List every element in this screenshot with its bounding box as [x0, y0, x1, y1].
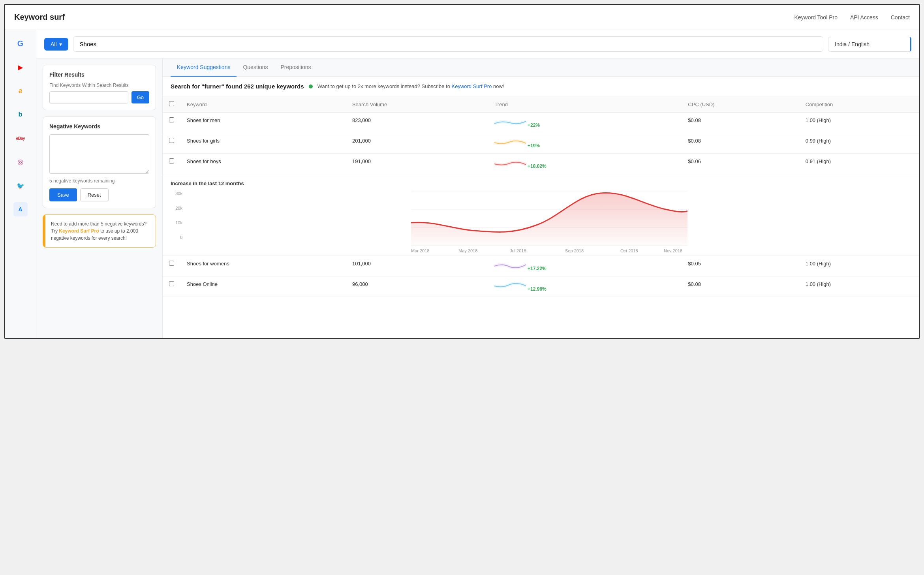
promo-link[interactable]: Keyword Surf Pro [59, 228, 99, 234]
search-summary: Search for "furner" found 262 unique key… [163, 77, 919, 96]
trend-sparkline [494, 261, 526, 270]
row-checkbox[interactable] [169, 261, 174, 266]
row-checkbox[interactable] [169, 138, 174, 143]
save-button[interactable]: Save [49, 188, 77, 201]
svg-text:Mar 2018: Mar 2018 [411, 248, 429, 253]
col-keyword: Keyword [180, 96, 346, 113]
sidebar-amazon-icon[interactable]: a [13, 84, 28, 98]
search-input-wrapper [73, 36, 823, 52]
locale-input[interactable] [828, 37, 911, 52]
tab-questions[interactable]: Questions [237, 58, 274, 77]
nav-keyword-tool-pro[interactable]: Keyword Tool Pro [794, 14, 837, 21]
nav-contact[interactable]: Contact [891, 14, 910, 21]
trend-cell: +18.02% [488, 154, 682, 174]
row-checkbox-cell [163, 276, 180, 297]
trend-sparkline [494, 117, 526, 127]
negative-keywords-title: Negative Keywords [49, 123, 149, 130]
chart-title: Increase in the last 12 months [171, 180, 911, 186]
app-logo: Keyword surf [14, 13, 65, 22]
top-nav: Keyword surf Keyword Tool Pro API Access… [5, 5, 919, 30]
sidebar-instagram-icon[interactable]: ◎ [13, 155, 28, 169]
trend-cell: +22% [488, 113, 682, 133]
filter-title: Filter Results [49, 71, 149, 78]
svg-text:Jul 2018: Jul 2018 [510, 248, 526, 253]
row-checkbox-cell [163, 256, 180, 276]
svg-text:Nov 2018: Nov 2018 [664, 248, 682, 253]
nav-api-access[interactable]: API Access [850, 14, 878, 21]
negative-keywords-textarea[interactable] [49, 134, 149, 174]
main-layout: G ▶ a b eBay ◎ 🐦 A All ▾ [5, 30, 919, 338]
chart-container: Increase in the last 12 months 0 10k 20k [163, 174, 919, 256]
trend-percent: +18.02% [528, 163, 547, 169]
table-row: Shoes for girls 201,000 +19% $0.08 [163, 133, 919, 154]
volume-cell: 823,000 [346, 113, 488, 133]
sidebar-twitter-icon[interactable]: 🐦 [13, 179, 28, 193]
cpc-cell: $0.08 [682, 133, 799, 154]
row-checkbox[interactable] [169, 158, 174, 163]
summary-badge-icon [309, 85, 313, 88]
competition-cell: 1.00 (High) [799, 113, 919, 133]
table-row: Shoes for men 823,000 +22% $0.08 [163, 113, 919, 133]
negative-keywords-count: 5 negative keywords remaining [49, 178, 149, 184]
table-row: Shoes for womens 101,000 +17.22% $0. [163, 256, 919, 276]
trend-percent: +12.96% [528, 286, 547, 292]
search-type-label: All [51, 41, 57, 47]
keyword-cell: Shoes for womens [180, 256, 346, 276]
tabs-bar: Keyword Suggestions Questions Prepositio… [163, 58, 919, 77]
filter-go-button[interactable]: Go [131, 91, 149, 103]
keyword-cell: Shoes for men [180, 113, 346, 133]
sidebar-ebay-icon[interactable]: eBay [13, 131, 28, 145]
keyword-table: Keyword Search Volume Trend CPC (USD) Co… [163, 96, 919, 297]
filter-input-row: Go [49, 91, 149, 103]
filter-label: Find Keywords Within Search Results [49, 83, 149, 88]
app-frame: Keyword surf Keyword Tool Pro API Access… [4, 4, 920, 339]
chart-svg-container: Mar 2018 May 2018 Jul 2018 Sep 2018 Oct … [187, 191, 911, 248]
sidebar: G ▶ a b eBay ◎ 🐦 A [5, 30, 36, 338]
competition-cell: 1.00 (High) [799, 276, 919, 297]
left-panel: Filter Results Find Keywords Within Sear… [36, 58, 163, 338]
upsell-link[interactable]: Keyword Surf Pro [452, 83, 492, 89]
reset-button[interactable]: Reset [80, 188, 109, 201]
tab-prepositions[interactable]: Prepositions [274, 58, 317, 77]
row-checkbox[interactable] [169, 117, 174, 122]
trend-sparkline [494, 281, 526, 291]
search-type-button[interactable]: All ▾ [44, 38, 68, 51]
nav-links: Keyword Tool Pro API Access Contact [794, 14, 910, 21]
cpc-cell: $0.08 [682, 113, 799, 133]
chevron-down-icon: ▾ [59, 41, 62, 47]
chart-row: Increase in the last 12 months 0 10k 20k [163, 174, 919, 256]
select-all-checkbox[interactable] [169, 101, 174, 106]
competition-cell: 1.00 (High) [799, 256, 919, 276]
keyword-cell: Shoes Online [180, 276, 346, 297]
tab-keyword-suggestions[interactable]: Keyword Suggestions [171, 58, 237, 77]
filter-results-box: Filter Results Find Keywords Within Sear… [43, 65, 156, 110]
content-area: All ▾ Filter Results Find Keywords Withi… [36, 30, 919, 338]
svg-text:Sep 2018: Sep 2018 [565, 248, 584, 253]
col-cpc: CPC (USD) [682, 96, 799, 113]
volume-cell: 101,000 [346, 256, 488, 276]
col-checkbox [163, 96, 180, 113]
trend-cell: +19% [488, 133, 682, 154]
row-checkbox[interactable] [169, 281, 174, 286]
keyword-cell: Shoes for girls [180, 133, 346, 154]
trend-chart: Mar 2018 May 2018 Jul 2018 Sep 2018 Oct … [187, 191, 911, 246]
volume-cell: 191,000 [346, 154, 488, 174]
keyword-cell: Shoes for boys [180, 154, 346, 174]
trend-cell: +17.22% [488, 256, 682, 276]
search-input[interactable] [73, 36, 823, 52]
trend-percent: +17.22% [528, 266, 547, 271]
col-search-volume: Search Volume [346, 96, 488, 113]
upsell-text: Want to get up to 2x more keywords inste… [317, 83, 504, 89]
col-trend: Trend [488, 96, 682, 113]
filter-input[interactable] [49, 91, 128, 103]
table-row: Shoes for boys 191,000 +18.02% $0.06 [163, 154, 919, 174]
sidebar-google-icon[interactable]: G [13, 36, 28, 51]
sidebar-youtube-icon[interactable]: ▶ [13, 60, 28, 74]
promo-text: Need to add more than 5 negative keyword… [51, 220, 150, 242]
svg-text:May 2018: May 2018 [458, 248, 477, 253]
sidebar-appstore-icon[interactable]: A [13, 202, 28, 216]
competition-cell: 0.91 (High) [799, 154, 919, 174]
sidebar-bing-icon[interactable]: b [13, 107, 28, 122]
row-checkbox-cell [163, 133, 180, 154]
svg-text:Oct 2018: Oct 2018 [620, 248, 638, 253]
